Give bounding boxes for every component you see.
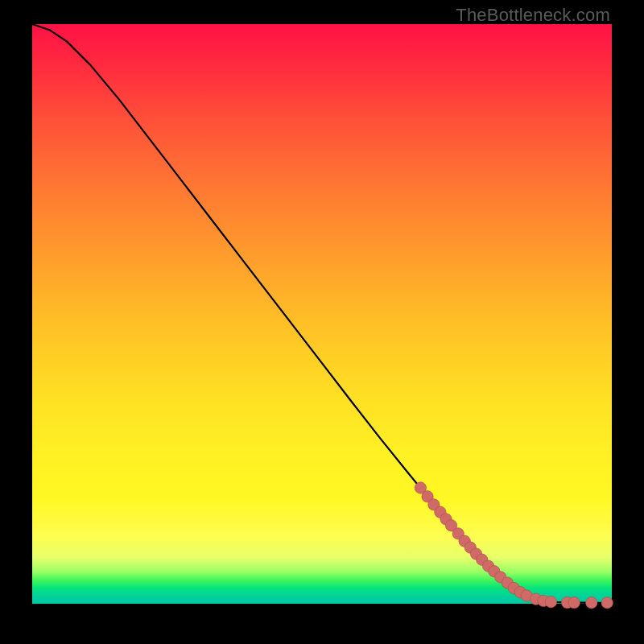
marker-dot — [568, 597, 580, 608]
watermark-text: TheBottleneck.com — [456, 5, 610, 26]
marker-dots — [415, 482, 613, 609]
marker-dot — [545, 597, 556, 608]
curve-line — [32, 24, 612, 603]
chart-svg — [32, 24, 612, 604]
marker-dot — [601, 597, 613, 609]
chart-frame: TheBottleneck.com — [0, 0, 644, 644]
marker-dot — [586, 597, 597, 609]
plot-area — [32, 24, 612, 604]
